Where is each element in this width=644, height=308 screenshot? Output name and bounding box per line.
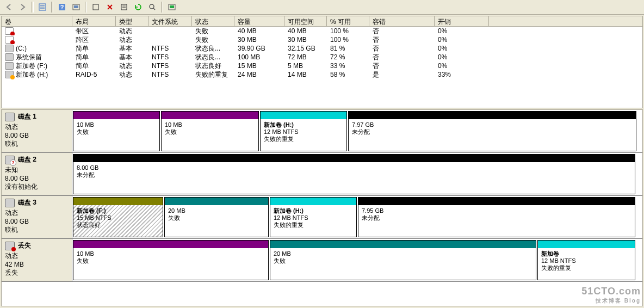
disk-row: 磁盘 1动态8.00 GB联机10 MB失败10 MB失败新加卷 (H:)12 … xyxy=(2,110,642,153)
list-view-button[interactable] xyxy=(36,1,49,14)
disk-row: 磁盘 2未知8.00 GB没有初始化8.00 GB未分配 xyxy=(2,153,642,196)
col-fs[interactable]: 文件系统 xyxy=(148,16,192,26)
partition-title: 新加卷 (F:) xyxy=(77,207,106,214)
help-button[interactable]: ? xyxy=(55,1,69,14)
disk-partitions: 新加卷 (F:)15 MB NTFS状态良好20 MB失败新加卷 (H:)12 … xyxy=(72,196,642,238)
volume-icon xyxy=(5,71,14,78)
partition-info: 10 MB失败 xyxy=(73,119,159,151)
partition[interactable]: 新加卷 (H:)12 MB NTFS失败的重复 xyxy=(260,111,347,151)
disk-name: 丢失 xyxy=(18,241,31,250)
partition-size: 10 MB xyxy=(165,121,182,128)
disk-type: 未知 xyxy=(5,165,69,175)
table-row[interactable]: 新加卷 (F:)简单动态NTFS状态良好15 MB5 MB33 %否0% xyxy=(2,61,642,70)
back-button[interactable] xyxy=(2,1,15,14)
delete-button[interactable] xyxy=(103,1,116,14)
toolbar: ? xyxy=(0,0,644,15)
col-pct[interactable]: % 可用 xyxy=(327,16,369,26)
partition-color-bar xyxy=(73,112,159,119)
partition-color-bar xyxy=(349,112,636,119)
partition-size: 8.00 GB xyxy=(77,164,98,171)
partition-status: 未分配 xyxy=(352,128,370,135)
col-free[interactable]: 可用空间 xyxy=(284,16,327,26)
properties-button[interactable] xyxy=(117,1,131,14)
disk-name: 磁盘 3 xyxy=(18,198,36,207)
disk-icon xyxy=(5,156,15,164)
disk-state: 丢失 xyxy=(5,268,69,278)
disk-partitions: 8.00 GB未分配 xyxy=(72,153,642,195)
volume-icon xyxy=(5,36,14,44)
col-volume[interactable]: 卷 xyxy=(2,16,72,26)
partition-color-bar xyxy=(270,198,356,205)
col-layout[interactable]: 布局 xyxy=(72,16,116,26)
disk-partitions: 10 MB失败20 MB失败新加卷12 MB NTFS失败的重复 xyxy=(72,239,642,281)
disk-row: 磁盘 3动态8.00 GB联机新加卷 (F:)15 MB NTFS状态良好20 … xyxy=(2,196,642,239)
partition-status: 未分配 xyxy=(77,171,95,178)
partition-status: 失败 xyxy=(77,257,89,264)
partition-info: 20 MB失败 xyxy=(270,248,536,280)
partition-size: 7.97 GB xyxy=(352,121,374,128)
volume-table: 卷 布局 类型 文件系统 状态 容量 可用空间 % 可用 容错 开销 带区动态失… xyxy=(1,16,643,108)
partition-title: 新加卷 (H:) xyxy=(264,121,294,128)
disk-header[interactable]: 丢失动态42 MB丢失 xyxy=(2,239,72,281)
disk-header[interactable]: 磁盘 1动态8.00 GB联机 xyxy=(2,110,72,152)
col-type[interactable]: 类型 xyxy=(116,16,148,26)
partition-info: 新加卷12 MB NTFS失败的重复 xyxy=(538,248,635,280)
disk-header[interactable]: 磁盘 2未知8.00 GB没有初始化 xyxy=(2,153,72,195)
partition[interactable]: 10 MB失败 xyxy=(73,111,160,151)
partition-title: 新加卷 (H:) xyxy=(274,207,304,214)
partition-info: 新加卷 (H:)12 MB NTFS失败的重复 xyxy=(261,119,346,151)
partition[interactable]: 8.00 GB未分配 xyxy=(73,154,635,194)
about-button[interactable] xyxy=(165,1,178,14)
partition[interactable]: 新加卷12 MB NTFS失败的重复 xyxy=(537,240,635,280)
partition-info: 10 MB失败 xyxy=(73,248,268,280)
partition-info: 20 MB失败 xyxy=(165,205,268,237)
partition-status: 失败的重复 xyxy=(274,221,304,228)
partition-size: 10 MB xyxy=(77,121,94,128)
col-oh[interactable]: 开销 xyxy=(435,16,489,26)
partition[interactable]: 20 MB失败 xyxy=(164,197,269,237)
partition-color-bar xyxy=(358,198,635,205)
forward-button[interactable] xyxy=(16,1,29,14)
action-button[interactable] xyxy=(89,1,102,14)
partition-status: 失败 xyxy=(274,257,286,264)
partition[interactable]: 7.95 GB未分配 xyxy=(358,197,635,237)
col-ft[interactable]: 容错 xyxy=(369,16,435,26)
partition-info: 7.95 GB未分配 xyxy=(358,205,635,237)
partition[interactable]: 10 MB失败 xyxy=(161,111,259,151)
partition-color-bar xyxy=(73,198,163,205)
find-button[interactable] xyxy=(146,1,159,14)
col-status[interactable]: 状态 xyxy=(192,16,234,26)
partition[interactable]: 7.97 GB未分配 xyxy=(348,111,636,151)
partition-info: 新加卷 (F:)15 MB NTFS状态良好 xyxy=(73,205,163,237)
svg-rect-7 xyxy=(74,5,78,8)
partition-size: 12 MB NTFS xyxy=(264,128,299,135)
disk-type: 动态 xyxy=(5,122,69,132)
refresh-button[interactable] xyxy=(132,1,145,14)
disk-icon xyxy=(5,199,15,207)
partition[interactable]: 新加卷 (F:)15 MB NTFS状态良好 xyxy=(73,197,163,237)
table-row[interactable]: 新加卷 (H:)RAID-5动态NTFS失败的重复24 MB14 MB58 %是… xyxy=(2,70,642,79)
disk-pane: 磁盘 1动态8.00 GB联机10 MB失败10 MB失败新加卷 (H:)12 … xyxy=(1,109,643,306)
partition-status: 状态良好 xyxy=(77,221,101,228)
partition-status: 失败 xyxy=(168,214,180,221)
volume-table-header: 卷 布局 类型 文件系统 状态 容量 可用空间 % 可用 容错 开销 xyxy=(2,16,642,27)
volume-icon xyxy=(5,45,14,52)
partition-status: 失败 xyxy=(165,128,177,135)
partition[interactable]: 新加卷 (H:)12 MB NTFS失败的重复 xyxy=(270,197,357,237)
disk-header[interactable]: 磁盘 3动态8.00 GB联机 xyxy=(2,196,72,238)
partition-color-bar xyxy=(165,198,268,205)
col-cap[interactable]: 容量 xyxy=(234,16,284,26)
disk-name: 磁盘 2 xyxy=(18,155,36,164)
disk-size: 8.00 GB xyxy=(5,132,69,139)
disk-icon xyxy=(5,113,15,121)
console-button[interactable] xyxy=(70,1,83,14)
svg-rect-8 xyxy=(93,4,98,10)
disk-state: 联机 xyxy=(5,139,69,149)
disk-icon xyxy=(5,242,15,250)
volume-icon xyxy=(5,53,14,61)
partition-status: 失败的重复 xyxy=(264,135,294,142)
partition[interactable]: 20 MB失败 xyxy=(270,240,536,280)
partition-color-bar xyxy=(261,112,346,119)
disk-name: 磁盘 1 xyxy=(18,112,36,121)
partition[interactable]: 10 MB失败 xyxy=(73,240,269,280)
